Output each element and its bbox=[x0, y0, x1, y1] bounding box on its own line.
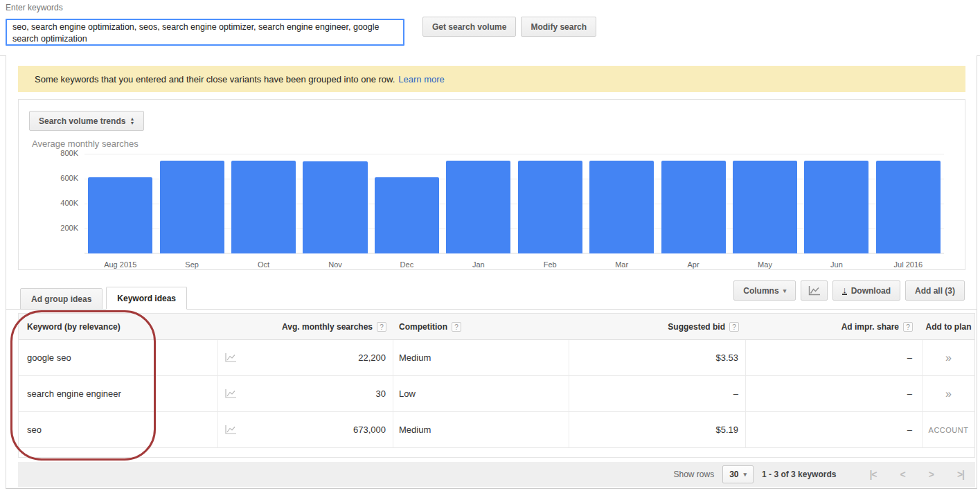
last-page-button[interactable]: >| bbox=[957, 469, 964, 480]
columns-dropdown-button[interactable]: Columns ▾ bbox=[733, 280, 796, 301]
chart-bar[interactable] bbox=[876, 161, 941, 253]
results-panel: Some keywords that you entered and their… bbox=[6, 55, 977, 489]
header-keyword[interactable]: Keyword (by relevance) bbox=[19, 314, 218, 339]
avg-searches-cell: 22,200 bbox=[218, 340, 393, 375]
x-axis-label: Oct bbox=[228, 260, 299, 269]
next-page-button[interactable]: > bbox=[929, 469, 934, 480]
help-icon[interactable]: ? bbox=[377, 322, 386, 332]
search-volume-trends-label: Search volume trends bbox=[39, 116, 125, 126]
first-page-button[interactable]: |< bbox=[869, 469, 876, 480]
help-icon[interactable]: ? bbox=[729, 322, 739, 332]
chart-bar[interactable] bbox=[88, 177, 152, 253]
avg-searches-cell: 673,000 bbox=[218, 412, 393, 447]
tab-keyword-ideas[interactable]: Keyword ideas bbox=[106, 287, 187, 310]
chart-bar[interactable] bbox=[733, 161, 797, 253]
chart-bar[interactable] bbox=[661, 161, 726, 253]
pagination-bar: Show rows 30 ▾ 1 - 3 of 3 keywords |< < … bbox=[18, 462, 975, 487]
keywords-input[interactable]: seo, search engine optimization, seos, s… bbox=[6, 19, 404, 46]
bar-chart-plot: Aug 2015SepOctNovDecJanFebMarAprMayJunJu… bbox=[84, 154, 944, 253]
x-axis-label: Jan bbox=[443, 260, 514, 269]
table-filler bbox=[19, 448, 974, 457]
x-axis-label: Jun bbox=[801, 260, 872, 269]
chart-bar[interactable] bbox=[160, 161, 224, 253]
avg-searches-value: 22,200 bbox=[358, 352, 386, 363]
add-all-button[interactable]: Add all (3) bbox=[905, 280, 965, 301]
chart-bar-slot: Jan bbox=[443, 154, 514, 253]
help-icon[interactable]: ? bbox=[452, 322, 461, 332]
suggested-bid-cell: – bbox=[569, 376, 746, 411]
header-ad-impr-share[interactable]: Ad impr. share ? bbox=[746, 314, 923, 339]
header-suggested-bid[interactable]: Suggested bid ? bbox=[569, 314, 746, 339]
chart-bar-slot: Nov bbox=[299, 154, 371, 253]
chart-bar[interactable] bbox=[446, 161, 510, 253]
toolbar: Columns ▾ ↓ Download Add all (3) bbox=[733, 280, 965, 301]
chart-bar[interactable] bbox=[804, 161, 868, 253]
chart-bar-slot: Apr bbox=[657, 154, 729, 253]
tabs: Ad group ideas Keyword ideas bbox=[20, 287, 187, 310]
chart-bar-slot: Mar bbox=[586, 154, 657, 253]
keyword-cell: google seo bbox=[19, 340, 218, 375]
table-row: google seo 22,200 Medium $3.53 – » bbox=[19, 340, 974, 376]
chart-bar-slot: Feb bbox=[515, 154, 586, 253]
chart-card: Search volume trends ▲ ▼ Average monthly… bbox=[18, 99, 965, 270]
header-competition[interactable]: Competition ? bbox=[393, 314, 569, 339]
trend-icon[interactable] bbox=[225, 353, 236, 362]
learn-more-link[interactable]: Learn more bbox=[398, 74, 444, 84]
add-to-plan-chevrons-icon[interactable]: » bbox=[945, 388, 952, 400]
y-axis-tick-600k: 600K bbox=[51, 174, 78, 182]
keyword-planner-screen: Enter keywords seo, search engine optimi… bbox=[0, 0, 980, 491]
header-keyword-label: Keyword (by relevance) bbox=[27, 322, 121, 332]
chart-bar-slot: Aug 2015 bbox=[84, 154, 156, 253]
top-buttons: Get search volume Modify search bbox=[422, 17, 596, 37]
prev-page-button[interactable]: < bbox=[900, 469, 905, 480]
chart-view-button[interactable] bbox=[801, 280, 828, 301]
x-axis-label: Jul 2016 bbox=[873, 260, 944, 269]
trend-icon[interactable] bbox=[225, 389, 236, 398]
caret-down-icon: ▾ bbox=[783, 287, 787, 294]
chart-bar[interactable] bbox=[518, 161, 582, 253]
x-axis-label: Aug 2015 bbox=[84, 260, 156, 269]
search-volume-trends-dropdown[interactable]: Search volume trends ▲ ▼ bbox=[29, 111, 144, 131]
suggested-bid-cell: $3.53 bbox=[569, 340, 746, 375]
table-row: search engine engineer 30 Low – – » bbox=[19, 376, 974, 412]
competition-cell: Medium bbox=[393, 412, 569, 447]
y-axis-tick-800k: 800K bbox=[51, 149, 78, 157]
competition-cell: Medium bbox=[393, 340, 569, 375]
header-competition-label: Competition bbox=[399, 322, 447, 332]
get-search-volume-button[interactable]: Get search volume bbox=[422, 17, 516, 37]
help-icon[interactable]: ? bbox=[903, 322, 913, 332]
header-plan-label: Add to plan bbox=[926, 322, 972, 332]
up-down-sort-icon: ▲ ▼ bbox=[130, 117, 134, 125]
avg-searches-value: 673,000 bbox=[353, 425, 386, 435]
trend-icon[interactable] bbox=[225, 425, 236, 434]
keyword-cell: search engine engineer bbox=[19, 376, 218, 411]
competition-cell: Low bbox=[393, 376, 569, 411]
avg-searches-value: 30 bbox=[376, 389, 386, 399]
chart-bar[interactable] bbox=[303, 161, 367, 253]
bars-container: Aug 2015SepOctNovDecJanFebMarAprMayJunJu… bbox=[84, 154, 944, 253]
download-button[interactable]: ↓ Download bbox=[832, 280, 900, 301]
ad-impr-share-cell: – bbox=[746, 376, 923, 411]
page-range-text: 1 - 3 of 3 keywords bbox=[762, 470, 836, 479]
chart-bar-slot: Oct bbox=[228, 154, 299, 253]
table-header-row: Keyword (by relevance) Avg. monthly sear… bbox=[19, 314, 974, 340]
x-axis-label: Mar bbox=[586, 260, 657, 269]
chart-bar[interactable] bbox=[231, 161, 296, 253]
chart-bar[interactable] bbox=[589, 161, 654, 253]
rows-per-page-select[interactable]: 30 ▾ bbox=[722, 465, 754, 483]
tab-ad-group-ideas[interactable]: Ad group ideas bbox=[20, 288, 103, 310]
add-to-plan-cell: » bbox=[923, 340, 974, 375]
suggested-bid-cell: $5.19 bbox=[569, 412, 746, 447]
y-axis-tick-200k: 200K bbox=[51, 224, 78, 232]
add-to-plan-chevrons-icon[interactable]: » bbox=[945, 352, 952, 364]
chart-bar[interactable] bbox=[375, 177, 439, 253]
chart-bar-slot: May bbox=[729, 154, 801, 253]
header-avg-monthly-searches[interactable]: Avg. monthly searches ? bbox=[218, 314, 393, 339]
x-axis-label: Feb bbox=[515, 260, 586, 269]
header-add-to-plan: Add to plan bbox=[923, 314, 974, 339]
ad-impr-share-cell: – bbox=[746, 412, 923, 447]
chart-bar-slot: Jul 2016 bbox=[873, 154, 944, 253]
enter-keywords-label: Enter keywords bbox=[6, 3, 63, 12]
y-axis-tick-400k: 400K bbox=[51, 199, 78, 207]
modify-search-button[interactable]: Modify search bbox=[521, 17, 596, 37]
